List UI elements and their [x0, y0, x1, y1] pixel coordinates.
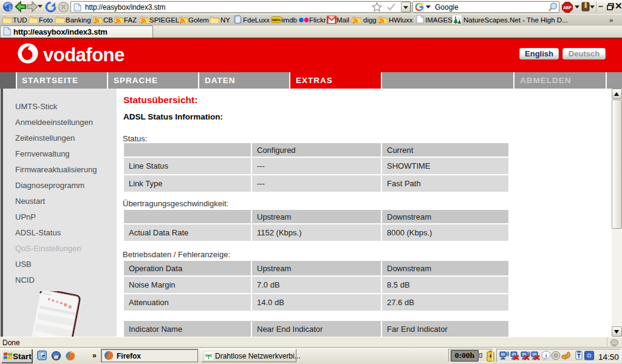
svg-text:IMDb: IMDb	[272, 18, 281, 22]
svg-text:ABP: ABP	[563, 5, 572, 10]
